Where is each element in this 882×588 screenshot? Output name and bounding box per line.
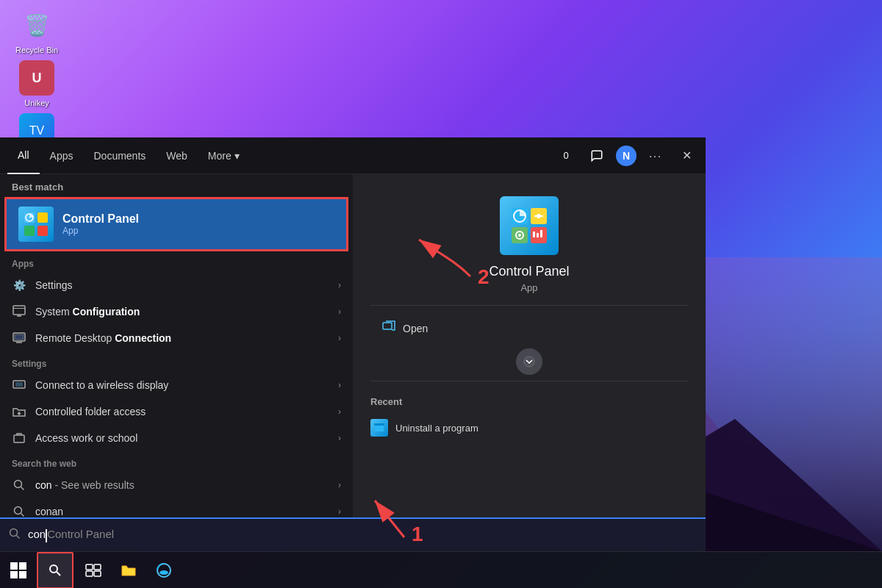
conan-chevron: › <box>338 506 341 517</box>
svg-rect-52 <box>19 571 26 578</box>
recycle-bin-label: Recycle Bin <box>15 46 58 54</box>
search-placeholder-text: Control Panel <box>47 528 114 540</box>
svg-rect-42 <box>540 230 542 237</box>
search-taskbar-icon <box>49 564 62 577</box>
recycle-bin-icon: 🗑️ <box>19 7 54 43</box>
svg-line-26 <box>21 487 24 490</box>
menu-body: Best match Control Panel <box>0 174 706 551</box>
access-work-chevron: › <box>338 433 341 443</box>
taskbar-pinned-icons <box>76 552 181 589</box>
svg-point-60 <box>159 570 168 575</box>
svg-rect-55 <box>86 564 93 570</box>
controlled-folder-chevron: › <box>338 406 341 417</box>
uninstall-icon <box>370 419 388 437</box>
svg-rect-58 <box>94 571 101 576</box>
svg-rect-16 <box>13 308 25 309</box>
search-bar[interactable]: conControl Panel <box>0 517 706 551</box>
start-menu: All Apps Documents Web More ▾ 0 N ··· ✕ … <box>0 137 706 551</box>
search-input-text[interactable]: conControl Panel <box>28 528 697 542</box>
desktop-icon-unikey[interactable]: U Unikey <box>7 60 66 107</box>
settings-chevron: › <box>338 280 341 290</box>
remote-desktop-chevron: › <box>338 333 341 343</box>
user-avatar[interactable]: N <box>616 146 637 166</box>
search-taskbar-button[interactable] <box>37 552 74 589</box>
start-button[interactable] <box>0 552 37 589</box>
uninstall-label: Uninstall a program <box>395 423 478 434</box>
svg-rect-51 <box>10 571 18 578</box>
menu-tabs: All Apps Documents Web More ▾ 0 N ··· ✕ <box>0 137 706 174</box>
wireless-display-icon <box>12 378 26 392</box>
controlled-folder-text: Controlled folder access <box>35 406 329 417</box>
controlled-folder-icon <box>12 404 26 419</box>
conan-text: conan <box>35 506 329 517</box>
settings-text: Settings <box>35 279 329 291</box>
tab-more[interactable]: More ▾ <box>198 137 250 174</box>
svg-rect-11 <box>37 212 48 223</box>
svg-rect-15 <box>13 306 25 315</box>
edge-browser-icon[interactable] <box>147 552 181 589</box>
menu-item-controlled-folder[interactable]: Controlled folder access › <box>0 398 353 425</box>
recent-item-uninstall[interactable]: Uninstall a program <box>370 413 688 442</box>
best-match-item[interactable]: Control Panel App <box>4 197 348 251</box>
best-match-label: Best match <box>0 174 353 197</box>
expand-button[interactable] <box>516 348 542 375</box>
cp-app-type: App <box>520 282 537 293</box>
svg-point-39 <box>518 234 521 237</box>
system-config-icon <box>12 304 26 319</box>
svg-rect-43 <box>383 323 392 329</box>
open-icon <box>382 320 395 337</box>
divider-1 <box>370 305 688 306</box>
svg-point-37 <box>537 214 541 218</box>
svg-rect-56 <box>94 564 101 570</box>
svg-rect-49 <box>10 562 18 570</box>
remote-desktop-text: Remote Desktop Connection <box>35 332 329 344</box>
svg-rect-41 <box>537 233 539 237</box>
menu-item-remote-desktop[interactable]: Remote Desktop Connection › <box>0 325 353 351</box>
menu-item-con-search[interactable]: con - See web results › <box>0 472 353 498</box>
tab-all[interactable]: All <box>7 137 40 174</box>
ellipsis-menu[interactable]: ··· <box>644 144 667 168</box>
con-search-icon <box>12 478 26 492</box>
menu-item-wireless-display[interactable]: Connect to a wireless display › <box>0 372 353 398</box>
cp-app-name: Control Panel <box>489 264 569 279</box>
con-search-text: con - See web results <box>35 479 329 491</box>
divider-2 <box>370 381 688 381</box>
svg-point-25 <box>15 481 22 488</box>
tab-apps[interactable]: Apps <box>40 137 84 174</box>
file-explorer-icon[interactable] <box>112 552 146 589</box>
system-config-chevron: › <box>338 306 341 317</box>
menu-right-panel: Control Panel App Open <box>353 174 706 551</box>
menu-item-settings[interactable]: ⚙️ Settings › <box>0 272 353 298</box>
svg-rect-20 <box>15 334 24 340</box>
task-view-icon[interactable] <box>76 552 110 589</box>
tab-documents[interactable]: Documents <box>83 137 156 174</box>
svg-rect-50 <box>19 562 26 570</box>
system-config-text: System Configuration <box>35 306 329 318</box>
cp-large-icon <box>500 196 559 255</box>
svg-line-48 <box>17 536 20 539</box>
svg-rect-23 <box>15 382 23 387</box>
control-panel-svg <box>23 211 49 237</box>
search-typed-text: con <box>28 528 46 540</box>
access-work-icon <box>12 431 26 445</box>
access-work-text: Access work or school <box>35 432 329 444</box>
settings-icon: ⚙️ <box>12 278 26 293</box>
desktop-icon-recycle-bin[interactable]: 🗑️ Recycle Bin <box>7 7 66 54</box>
svg-point-47 <box>10 529 18 537</box>
best-match-name: Control Panel <box>62 212 139 226</box>
settings-section-label: Settings <box>0 351 353 372</box>
tab-web[interactable]: Web <box>156 137 198 174</box>
open-button[interactable]: Open <box>370 315 688 343</box>
feedback-icon[interactable] <box>585 144 609 168</box>
con-search-chevron: › <box>338 480 341 490</box>
svg-line-28 <box>21 514 24 517</box>
apps-section-label: Apps <box>0 251 353 272</box>
best-match-text: Control Panel App <box>62 212 139 236</box>
menu-item-access-work[interactable]: Access work or school › <box>0 425 353 451</box>
svg-rect-57 <box>86 571 93 576</box>
notification-count[interactable]: 0 <box>554 144 578 168</box>
unikey-label: Unikey <box>24 98 49 107</box>
menu-item-system-config[interactable]: System Configuration › <box>0 298 353 325</box>
svg-point-44 <box>524 356 534 367</box>
close-button[interactable]: ✕ <box>675 144 698 168</box>
